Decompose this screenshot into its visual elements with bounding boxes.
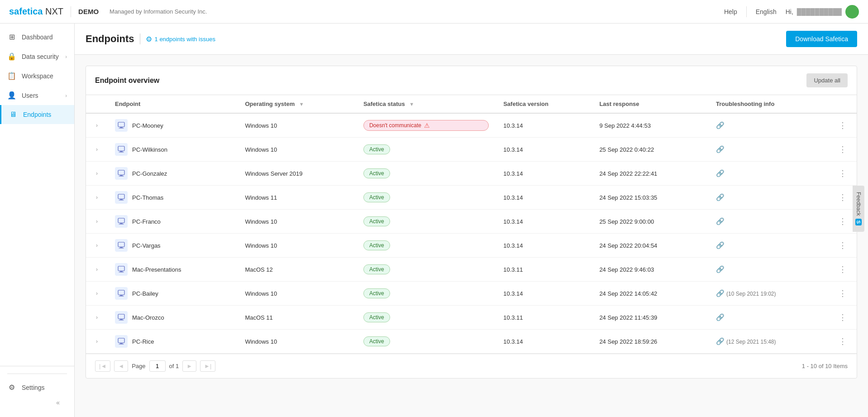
settings-link[interactable]: ⚙ Settings bbox=[7, 379, 67, 395]
status-badge-active: Active bbox=[363, 264, 390, 274]
sidebar-label-data-security: Data security bbox=[22, 53, 59, 60]
row-more-button[interactable]: ⋮ bbox=[836, 240, 849, 251]
version-cell: 10.3.11 bbox=[496, 306, 592, 330]
error-icon: ⚠ bbox=[424, 122, 430, 129]
hi-label: Hi, bbox=[786, 8, 793, 15]
last-page-button[interactable]: ►| bbox=[200, 360, 215, 372]
row-expand-button[interactable]: › bbox=[93, 193, 100, 201]
row-expand-button[interactable]: › bbox=[93, 289, 100, 297]
row-expand-button[interactable]: › bbox=[93, 265, 100, 273]
troubleshoot-link-icon-inactive: 🔗 bbox=[716, 265, 725, 273]
row-more-button[interactable]: ⋮ bbox=[836, 144, 849, 155]
endpoint-icon bbox=[115, 239, 128, 252]
sidebar-item-dashboard[interactable]: ⊞ Dashboard bbox=[0, 27, 74, 47]
troubleshoot-link-icon-inactive: 🔗 bbox=[716, 145, 725, 153]
row-expand-button[interactable]: › bbox=[93, 313, 100, 321]
status-cell: Active bbox=[356, 330, 496, 354]
sidebar-item-workspace[interactable]: 📋 Workspace bbox=[0, 66, 74, 86]
main-layout: ⊞ Dashboard 🔒 Data security › 📋 Workspac… bbox=[0, 24, 868, 417]
row-expand-button[interactable]: › bbox=[93, 217, 100, 225]
svg-rect-18 bbox=[118, 266, 124, 271]
user-avatar[interactable] bbox=[845, 5, 859, 19]
status-badge-active: Active bbox=[363, 192, 390, 202]
svg-rect-6 bbox=[118, 170, 124, 175]
row-expand-button[interactable]: › bbox=[93, 241, 100, 249]
endpoint-icon bbox=[115, 191, 128, 204]
sidebar-item-users[interactable]: 👤 Users › bbox=[0, 86, 74, 105]
table-row: › Mac-Presentations MacOS 12 Active bbox=[86, 258, 857, 282]
feedback-tab[interactable]: Feedback S bbox=[853, 185, 864, 231]
issues-icon: ⚙ bbox=[146, 35, 152, 43]
pagination: |◄ ◄ Page of 1 ► ►| 1 - 10 of 10 Items bbox=[86, 354, 857, 378]
row-expand-button[interactable]: › bbox=[93, 121, 100, 129]
svg-rect-1 bbox=[120, 127, 123, 128]
status-badge-active: Active bbox=[363, 312, 390, 322]
feedback-logo: S bbox=[855, 218, 862, 225]
os-cell: Windows 10 bbox=[238, 113, 356, 138]
row-more-button[interactable]: ⋮ bbox=[836, 288, 849, 299]
table-row: › PC-Rice Windows 10 Active bbox=[86, 330, 857, 354]
last-response-cell: 24 Sep 2022 11:45:39 bbox=[592, 306, 709, 330]
computer-icon bbox=[118, 338, 125, 345]
sidebar-item-endpoints[interactable]: 🖥 Endpoints bbox=[0, 105, 74, 124]
page-header: Endpoints ⚙ 1 endpoints with issues Down… bbox=[75, 24, 868, 55]
endpoint-name-cell: Mac-Orozco bbox=[108, 306, 238, 330]
endpoint-icon bbox=[115, 119, 128, 132]
row-more-button[interactable]: ⋮ bbox=[836, 216, 849, 227]
status-badge-active: Active bbox=[363, 216, 390, 226]
row-more-button[interactable]: ⋮ bbox=[836, 120, 849, 131]
endpoint-icon bbox=[115, 263, 128, 276]
endpoint-icon bbox=[115, 335, 128, 348]
troubleshoot-cell: 🔗 bbox=[709, 306, 829, 330]
row-more-button[interactable]: ⋮ bbox=[836, 192, 849, 203]
next-page-button[interactable]: ► bbox=[182, 360, 196, 372]
language-selector[interactable]: English bbox=[756, 8, 777, 15]
last-response-cell: 24 Sep 2022 14:05:42 bbox=[592, 282, 709, 306]
download-safetica-button[interactable]: Download Safetica bbox=[786, 31, 857, 47]
status-filter-icon[interactable]: ▼ bbox=[409, 101, 414, 107]
chevron-right-icon: › bbox=[65, 54, 67, 59]
endpoint-name-text: Mac-Orozco bbox=[132, 314, 164, 321]
row-more-button[interactable]: ⋮ bbox=[836, 312, 849, 323]
user-name: ██████████ bbox=[797, 8, 842, 15]
settings-icon: ⚙ bbox=[7, 383, 16, 392]
status-badge-active: Active bbox=[363, 168, 390, 178]
row-expand-button[interactable]: › bbox=[93, 337, 100, 345]
issues-link[interactable]: ⚙ 1 endpoints with issues bbox=[146, 35, 215, 43]
os-cell: Windows Server 2019 bbox=[238, 162, 356, 186]
troubleshoot-link-icon[interactable]: 🔗 bbox=[716, 289, 725, 297]
row-more-button[interactable]: ⋮ bbox=[836, 264, 849, 275]
os-filter-icon[interactable]: ▼ bbox=[299, 101, 304, 107]
prev-page-button[interactable]: ◄ bbox=[114, 360, 128, 372]
troubleshoot-cell: 🔗 bbox=[709, 186, 829, 210]
endpoint-icon bbox=[115, 167, 128, 180]
row-more-button[interactable]: ⋮ bbox=[836, 336, 849, 347]
issues-count: 1 endpoints with issues bbox=[155, 36, 215, 43]
topbar-divider bbox=[71, 6, 71, 17]
table-row: › PC-Thomas Windows 11 Active bbox=[86, 186, 857, 210]
troubleshoot-link-icon-inactive: 🔗 bbox=[716, 121, 725, 129]
endpoint-name-cell: PC-Thomas bbox=[108, 186, 238, 210]
page-number-input[interactable] bbox=[149, 360, 166, 372]
svg-rect-13 bbox=[120, 223, 123, 224]
first-page-button[interactable]: |◄ bbox=[95, 360, 110, 372]
row-expand-button[interactable]: › bbox=[93, 145, 100, 153]
sidebar-item-data-security[interactable]: 🔒 Data security › bbox=[0, 47, 74, 66]
feedback-label: Feedback bbox=[855, 192, 862, 216]
troubleshoot-cell: 🔗 bbox=[709, 138, 829, 162]
sidebar-label-endpoints: Endpoints bbox=[23, 111, 51, 118]
troubleshoot-link-icon[interactable]: 🔗 bbox=[716, 337, 725, 345]
row-expand-button[interactable]: › bbox=[93, 169, 100, 177]
troubleshoot-link-icon-inactive: 🔗 bbox=[716, 217, 725, 225]
content-area: Endpoint overview Update all Endpoint Op… bbox=[75, 55, 868, 389]
table-row: › PC-Vargas Windows 10 Active bbox=[86, 234, 857, 258]
endpoint-icon bbox=[115, 215, 128, 228]
help-link[interactable]: Help bbox=[724, 8, 737, 15]
expand-cell: › bbox=[86, 138, 108, 162]
update-all-button[interactable]: Update all bbox=[806, 73, 848, 87]
troubleshoot-date: (10 Sep 2021 19:02) bbox=[726, 291, 776, 297]
sidebar-collapse-button[interactable]: « bbox=[7, 395, 67, 410]
row-more-button[interactable]: ⋮ bbox=[836, 168, 849, 179]
troubleshoot-cell: 🔗 bbox=[709, 113, 829, 138]
page-label: Page bbox=[132, 363, 145, 369]
